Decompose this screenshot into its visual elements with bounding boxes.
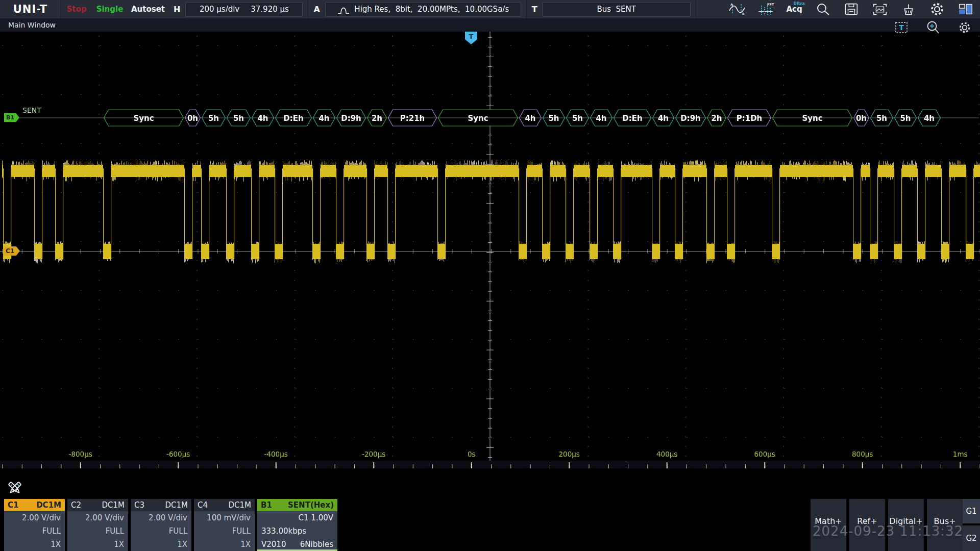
acquire-info: High Res, 8bit, 20.00MPts, 10.00GSa/s: [354, 5, 509, 14]
ref-add-button[interactable]: Ref+: [849, 499, 885, 551]
horizontal-position-value: 37.920 µs: [251, 5, 289, 14]
acquire-settings[interactable]: High Res, 8bit, 20.00MPts, 10.00GSa/s: [325, 2, 521, 17]
brand-logo: UNI-T: [0, 0, 61, 18]
time-axis-label: 600µs: [754, 450, 775, 458]
run-stop-button[interactable]: Stop: [61, 5, 92, 14]
toolbar-icon-row: A B FFT Acq Ultra: [723, 0, 980, 18]
channel-coupling: DC1M: [102, 500, 125, 510]
channel-probe: 1X: [131, 538, 191, 551]
single-button[interactable]: Single: [92, 5, 128, 14]
time-axis-label: 0s: [468, 450, 476, 458]
digital-add-button[interactable]: Digital+: [888, 499, 924, 551]
time-axis-label: -200µs: [362, 450, 385, 458]
time-axis-label: 1ms: [953, 450, 968, 458]
channel-id: C4: [198, 500, 208, 510]
svg-text:B: B: [742, 12, 745, 15]
fft-icon[interactable]: FFT: [751, 0, 780, 18]
screenshot-icon[interactable]: [866, 0, 894, 18]
time-axis-label: 400µs: [656, 450, 677, 458]
bus-id: B1: [261, 500, 272, 510]
waveform-display: Sync0h5h5h4hD:Eh4hD:9h2hP:21hSync4h5h5h4…: [0, 32, 980, 468]
channel-bandwidth: FULL: [194, 524, 255, 538]
channel-panel-c1[interactable]: C1DC1M 2.00 V/div FULL 1X: [4, 499, 65, 551]
zoom-in-icon[interactable]: [926, 20, 940, 35]
time-axis-label: 200µs: [558, 450, 579, 458]
trigger-info: Bus SENT: [597, 5, 636, 14]
autoset-button[interactable]: Autoset: [128, 5, 168, 14]
trigger-group: T Bus SENT: [527, 0, 696, 18]
channel-scale: 2.00 V/div: [4, 511, 65, 524]
annotate-pen-icon[interactable]: [6, 480, 23, 497]
time-axis-label: 800µs: [852, 450, 873, 458]
channel-id: C3: [134, 500, 144, 510]
channel-coupling: DC1M: [228, 500, 251, 510]
horizontal-label: H: [174, 5, 180, 14]
channel-probe: 1X: [194, 538, 255, 551]
channel-panel-c3[interactable]: C3DC1M 2.00 V/div FULL 1X: [131, 499, 191, 551]
svg-text:A: A: [730, 3, 733, 6]
channel-probe: 1X: [67, 538, 128, 551]
bus-add-button[interactable]: Bus+: [927, 499, 963, 551]
oscilloscope-screen: { "toolbar":{ "logo":"UNI-T", "stop_labe…: [0, 0, 980, 551]
group-g1-button[interactable]: G1: [963, 499, 980, 523]
horizontal-settings[interactable]: 200 µs/div 37.920 µs: [185, 2, 303, 17]
bus-decode-label: SENT: [22, 106, 41, 114]
channel-bandwidth: FULL: [4, 524, 65, 538]
channel-panel-c2[interactable]: C2DC1M 2.00 V/div FULL 1X: [67, 499, 128, 551]
bus-source: C1 1.00V: [257, 511, 337, 524]
graticule-waveform-canvas[interactable]: [0, 32, 980, 468]
auto-measure-icon[interactable]: A B: [723, 0, 751, 18]
pulse-icon: [337, 4, 350, 14]
channel-id: C2: [71, 500, 81, 510]
time-axis-label: -400µs: [264, 450, 288, 458]
channel-bandwidth: FULL: [67, 524, 128, 538]
time-axis-label: -600µs: [166, 450, 190, 458]
channel-scale: 2.00 V/div: [131, 511, 191, 524]
time-axis-label: -800µs: [69, 450, 92, 458]
plot-settings-icon[interactable]: [958, 20, 972, 35]
search-icon[interactable]: [808, 0, 837, 18]
annotation-select-icon[interactable]: T: [894, 20, 909, 35]
bus-panel-b1[interactable]: B1SENT(Hex) C1 1.00V 333.00kbps V2010 6N…: [257, 499, 337, 551]
bus-protocol: SENT(Hex): [288, 500, 334, 510]
trigger-settings[interactable]: Bus SENT: [543, 2, 691, 17]
utility-icon[interactable]: [894, 0, 923, 18]
channel-panel-c4[interactable]: C4DC1M 100 mV/div FULL 1X: [194, 499, 255, 551]
channel-scale: 2.00 V/div: [67, 511, 128, 524]
channel-coupling: DC1M: [165, 500, 188, 510]
bus-bitrate: 333.00kbps: [257, 524, 337, 538]
math-add-button[interactable]: Math+: [811, 499, 846, 551]
channel-probe: 1X: [4, 538, 65, 551]
ultra-acq-icon[interactable]: Acq Ultra: [780, 0, 808, 18]
window-bar: Main Window: [0, 18, 980, 32]
timebase-value: 200 µs/div: [200, 5, 239, 14]
channel-id: C1: [8, 500, 18, 510]
channel-bandwidth: FULL: [131, 524, 191, 538]
top-toolbar: UNI-T Stop Single Autoset H 200 µs/div 3…: [0, 0, 980, 18]
settings-icon[interactable]: [923, 0, 951, 18]
trigger-label: T: [532, 5, 537, 14]
channel-coupling: DC1M: [36, 500, 61, 510]
acquire-group: A High Res, 8bit, 20.00MPts, 10.00GSa/s: [308, 0, 526, 18]
group-g2-button[interactable]: G2: [963, 525, 980, 551]
svg-text:T: T: [899, 23, 904, 32]
save-icon[interactable]: [837, 0, 866, 18]
window-title: Main Window: [8, 21, 56, 29]
svg-text:FFT: FFT: [767, 3, 774, 7]
display-layout-icon[interactable]: [951, 0, 980, 18]
channel-scale: 100 mV/div: [194, 511, 255, 524]
horizontal-group: H 200 µs/div 37.920 µs: [168, 0, 308, 18]
acquire-label: A: [313, 5, 320, 14]
